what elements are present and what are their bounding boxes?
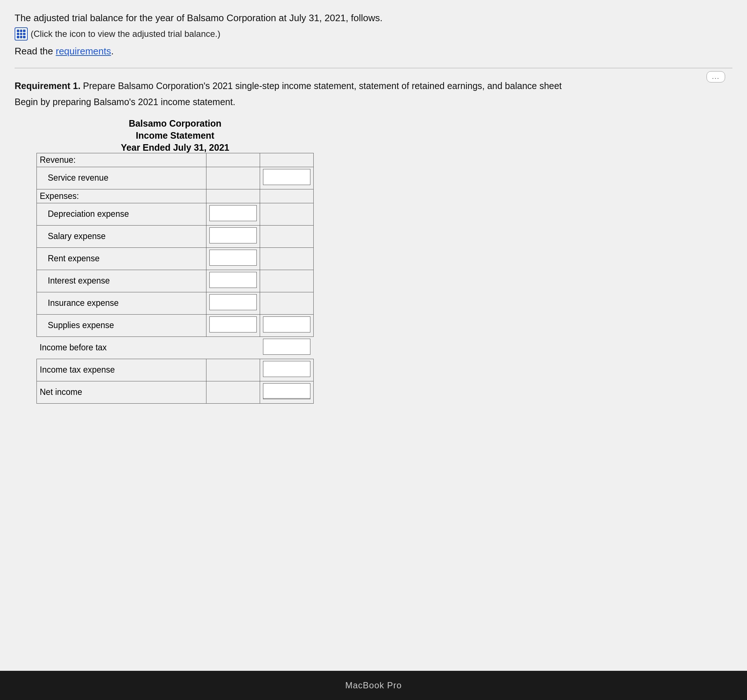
salary-label: Salary expense xyxy=(37,225,206,247)
expenses-header-row: Expenses: xyxy=(37,189,314,203)
service-revenue-label: Service revenue xyxy=(37,167,206,189)
supplies-input-cell2 xyxy=(260,314,314,336)
income-tax-label: Income tax expense xyxy=(37,359,206,381)
interest-input-cell xyxy=(206,270,260,292)
interest-col2 xyxy=(260,270,314,292)
grid-cell xyxy=(23,30,26,32)
salary-input-cell xyxy=(206,225,260,247)
grid-cell xyxy=(23,36,26,38)
expenses-header-col1 xyxy=(206,189,260,203)
bottom-bar: MacBook Pro xyxy=(0,671,747,700)
income-before-tax-col1 xyxy=(206,336,260,359)
rent-input[interactable] xyxy=(209,250,257,266)
expenses-header-col2 xyxy=(260,189,314,203)
grid-cell xyxy=(20,33,23,35)
requirement-label: Requirement 1. xyxy=(15,81,81,91)
net-income-col1 xyxy=(206,381,260,403)
revenue-header-col2 xyxy=(260,153,314,167)
supplies-row: Supplies expense xyxy=(37,314,314,336)
intro-line1: The adjusted trial balance for the year … xyxy=(15,11,732,25)
income-tax-input-cell xyxy=(260,359,314,381)
rent-row: Rent expense xyxy=(37,247,314,270)
insurance-input-cell xyxy=(206,292,260,314)
income-statement: Balsamo Corporation Income Statement Yea… xyxy=(36,118,314,404)
more-button[interactable]: ... xyxy=(706,71,725,82)
divider xyxy=(15,68,732,68)
requirement-text: Requirement 1. Prepare Balsamo Corporati… xyxy=(15,79,732,93)
main-content: The adjusted trial balance for the year … xyxy=(0,0,747,671)
service-revenue-row: Service revenue xyxy=(37,167,314,189)
depreciation-input-cell xyxy=(206,203,260,225)
supplies-input-cell1 xyxy=(206,314,260,336)
income-tax-col1 xyxy=(206,359,260,381)
grid-icon[interactable] xyxy=(15,27,28,41)
supplies-label: Supplies expense xyxy=(37,314,206,336)
grid-cell xyxy=(17,36,19,38)
statement-title: Income Statement xyxy=(36,130,314,141)
service-revenue-input[interactable] xyxy=(263,169,310,185)
expenses-header-label: Expenses: xyxy=(37,189,206,203)
salary-input[interactable] xyxy=(209,227,257,244)
supplies-input2[interactable] xyxy=(263,317,310,332)
supplies-input1[interactable] xyxy=(209,317,257,332)
interest-input[interactable] xyxy=(209,272,257,288)
service-revenue-col1 xyxy=(206,167,260,189)
requirements-link[interactable]: requirements xyxy=(56,45,111,56)
income-before-tax-row: Income before tax xyxy=(37,336,314,359)
grid-cell xyxy=(17,33,19,35)
requirement-body: Prepare Balsamo Corporation's 2021 singl… xyxy=(81,81,562,91)
income-before-tax-input-cell xyxy=(260,336,314,359)
insurance-col2 xyxy=(260,292,314,314)
income-before-tax-label: Income before tax xyxy=(37,336,206,359)
income-before-tax-input[interactable] xyxy=(263,339,310,355)
statement-date: Year Ended July 31, 2021 xyxy=(36,142,314,153)
macbook-label: MacBook Pro xyxy=(345,680,402,691)
grid-cell xyxy=(23,33,26,35)
depreciation-row: Depreciation expense xyxy=(37,203,314,225)
depreciation-col2 xyxy=(260,203,314,225)
salary-row: Salary expense xyxy=(37,225,314,247)
net-income-input-cell xyxy=(260,381,314,403)
interest-row: Interest expense xyxy=(37,270,314,292)
interest-label: Interest expense xyxy=(37,270,206,292)
salary-col2 xyxy=(260,225,314,247)
depreciation-label: Depreciation expense xyxy=(37,203,206,225)
begin-text: Begin by preparing Balsamo's 2021 income… xyxy=(15,97,732,107)
income-tax-row: Income tax expense xyxy=(37,359,314,381)
requirements-row: Read the requirements. xyxy=(15,45,732,57)
rent-col2 xyxy=(260,247,314,270)
net-income-label: Net income xyxy=(37,381,206,403)
company-name: Balsamo Corporation xyxy=(36,118,314,129)
revenue-header-label: Revenue: xyxy=(37,153,206,167)
depreciation-input[interactable] xyxy=(209,205,257,221)
grid-cell xyxy=(17,30,19,32)
income-tax-input[interactable] xyxy=(263,361,310,377)
grid-cell xyxy=(20,30,23,32)
rent-input-cell xyxy=(206,247,260,270)
grid-cell xyxy=(20,36,23,38)
insurance-input[interactable] xyxy=(209,294,257,310)
net-income-row: Net income xyxy=(37,381,314,403)
revenue-header-row: Revenue: xyxy=(37,153,314,167)
income-statement-table: Revenue: Service revenue Expenses: D xyxy=(36,153,314,404)
net-income-input[interactable] xyxy=(263,383,310,399)
revenue-header-col1 xyxy=(206,153,260,167)
click-icon-text: (Click the icon to view the adjusted tri… xyxy=(31,29,220,39)
service-revenue-input-cell xyxy=(260,167,314,189)
insurance-row: Insurance expense xyxy=(37,292,314,314)
rent-label: Rent expense xyxy=(37,247,206,270)
icon-link-row: (Click the icon to view the adjusted tri… xyxy=(15,27,732,41)
insurance-label: Insurance expense xyxy=(37,292,206,314)
